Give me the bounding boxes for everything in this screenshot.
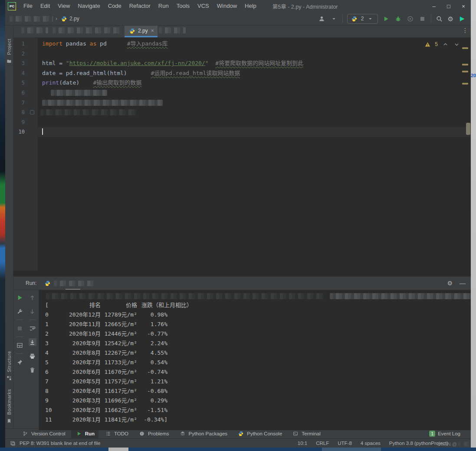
event-log-button[interactable]: 1 Event Log <box>429 431 471 437</box>
code-text[interactable] <box>38 88 471 98</box>
console-cell <box>167 339 471 348</box>
menu-run[interactable]: Run <box>154 0 173 12</box>
line-number[interactable]: 4 <box>13 69 38 78</box>
run-with-coverage-button[interactable] <box>407 15 414 23</box>
prev-problem-icon[interactable] <box>441 40 449 48</box>
search-everywhere-icon[interactable] <box>436 15 443 23</box>
code-line-9: 9 <box>13 118 471 127</box>
colorful-plugin-icon[interactable] <box>458 15 466 23</box>
menu-edit[interactable]: Edit <box>36 0 54 12</box>
sidebar-item-bookmarks[interactable]: Bookmarks <box>5 389 13 425</box>
warning-stripe-mark[interactable] <box>462 47 468 49</box>
run-configuration-select[interactable]: 2 <box>347 14 378 24</box>
pin-tab-icon[interactable] <box>16 358 24 366</box>
warning-stripe-mark[interactable] <box>462 83 468 85</box>
run-console-output[interactable]: [ 排名 价格 涨跌（和上月相比） 02020年12月12789元/m²0.98… <box>39 290 471 430</box>
rerun-button[interactable] <box>16 294 24 301</box>
code-text[interactable]: print(date) #输出爬取到的数据 <box>38 78 471 88</box>
menu-vcs[interactable]: VCS <box>194 0 213 12</box>
user-dropdown-icon[interactable] <box>330 15 338 23</box>
breadcrumb-file[interactable]: 2.py <box>60 15 79 23</box>
line-number[interactable]: 3 <box>13 59 38 69</box>
toolwindow-version-control[interactable]: Version Control <box>17 429 69 438</box>
tab-close-icon[interactable]: × <box>151 28 154 34</box>
menu-navigate[interactable]: Navigate <box>74 0 104 12</box>
soft-wrap-icon[interactable] <box>29 324 36 332</box>
status-message[interactable]: PEP 8: W391 blank line at end of file <box>20 441 100 446</box>
warning-stripe-mark[interactable] <box>462 64 468 65</box>
fold-marker-icon[interactable] <box>30 110 34 114</box>
clear-console-icon[interactable] <box>29 366 36 374</box>
next-problem-icon[interactable] <box>453 40 460 48</box>
close-button[interactable]: × <box>456 0 471 12</box>
code-text[interactable] <box>38 118 471 127</box>
menu-window[interactable]: Window <box>213 0 241 12</box>
line-number[interactable]: 7 <box>13 98 38 108</box>
desktop-right-edge: 20 <box>471 0 476 448</box>
code-text[interactable] <box>38 49 471 59</box>
console-cell: 1.21% <box>137 377 167 386</box>
line-number[interactable]: 5 <box>13 78 38 88</box>
sidebar-item-project[interactable]: Project <box>5 39 13 65</box>
run-button[interactable] <box>382 15 390 23</box>
sidebar-item-structure[interactable]: Structure <box>5 351 13 382</box>
stop-button[interactable] <box>419 15 427 23</box>
code-text[interactable] <box>38 108 471 118</box>
restore-layout-icon[interactable] <box>16 341 24 349</box>
toolwindow-problems[interactable]: Problems <box>134 429 173 438</box>
breadcrumb[interactable]: › 2.py <box>10 15 79 23</box>
code-text[interactable] <box>38 98 471 108</box>
console-cell: 11733元/m² <box>101 358 137 367</box>
settings-gear-icon[interactable]: ⚙ <box>448 16 453 22</box>
code-editor[interactable]: 1import pandas as pd #导入pandas库23html = … <box>13 38 471 271</box>
inspection-scope-icon[interactable] <box>9 439 16 447</box>
url-link[interactable]: https://mobile.anjuke.com/xf/fj-nn/2020/ <box>69 60 205 66</box>
line-number[interactable]: 8 <box>13 108 38 118</box>
code-text[interactable]: html = "https://mobile.anjuke.com/xf/fj-… <box>38 59 471 69</box>
scroll-to-end-icon[interactable] <box>29 338 36 346</box>
code-text[interactable]: import pandas as pd #导入pandas库 <box>38 39 471 49</box>
menu-tools[interactable]: Tools <box>173 0 194 12</box>
file-encoding[interactable]: UTF-8 <box>338 441 352 446</box>
run-settings-gear-icon[interactable]: ⚙ <box>447 280 453 286</box>
toolwindow-run[interactable]: Run <box>71 429 98 438</box>
menu-code[interactable]: Code <box>104 0 125 12</box>
line-number[interactable]: 2 <box>13 49 38 59</box>
line-number[interactable]: 6 <box>13 88 38 98</box>
tab-2py[interactable]: 2.py × <box>125 26 158 37</box>
inspections-widget[interactable]: 5 <box>423 40 460 48</box>
toolwindow-python-console[interactable]: Python Console <box>233 429 286 438</box>
toolwindow-terminal[interactable]: Terminal <box>288 429 324 438</box>
stop-process-button[interactable] <box>16 324 24 332</box>
menu-view[interactable]: View <box>54 0 74 12</box>
panel-splitter[interactable] <box>13 271 471 276</box>
menu-refactor[interactable]: Refactor <box>125 0 154 12</box>
menu-help[interactable]: Help <box>241 0 260 12</box>
debug-button[interactable] <box>394 15 402 23</box>
hide-panel-icon[interactable]: — <box>460 280 466 287</box>
caret-position[interactable]: 10:1 <box>298 441 307 446</box>
indent-setting[interactable]: 4 spaces <box>361 441 381 446</box>
editor-scrollbar-thumb[interactable] <box>466 123 470 135</box>
run-settings-icon[interactable] <box>16 307 24 315</box>
tab-options-kebab-icon[interactable]: ⋮ <box>462 27 468 34</box>
line-number[interactable]: 1 <box>13 39 38 49</box>
window-controls: – □ × <box>427 0 471 12</box>
toolwindow-todo[interactable]: TODO <box>100 429 132 438</box>
maximize-button[interactable]: □ <box>441 0 456 12</box>
warning-stripe-mark[interactable] <box>462 71 468 72</box>
user-icon[interactable] <box>318 15 326 23</box>
code-text[interactable]: date = pd.read_html(html) #运用pd.read_htm… <box>38 69 471 78</box>
run-console-tab[interactable] <box>43 277 94 290</box>
menu-file[interactable]: File <box>20 0 36 12</box>
print-console-icon[interactable] <box>29 352 36 360</box>
code-text[interactable] <box>38 127 471 137</box>
minimize-button[interactable]: – <box>427 0 441 12</box>
line-number[interactable]: 10 <box>13 127 38 137</box>
run-panel-header: Run: ⚙ — <box>13 276 471 290</box>
line-ending[interactable]: CRLF <box>316 441 329 446</box>
line-number[interactable]: 9 <box>13 118 38 127</box>
toolwindow-python-packages[interactable]: Python Packages <box>175 429 232 438</box>
down-stack-trace-icon[interactable] <box>29 307 36 315</box>
up-stack-trace-icon[interactable] <box>29 294 36 301</box>
